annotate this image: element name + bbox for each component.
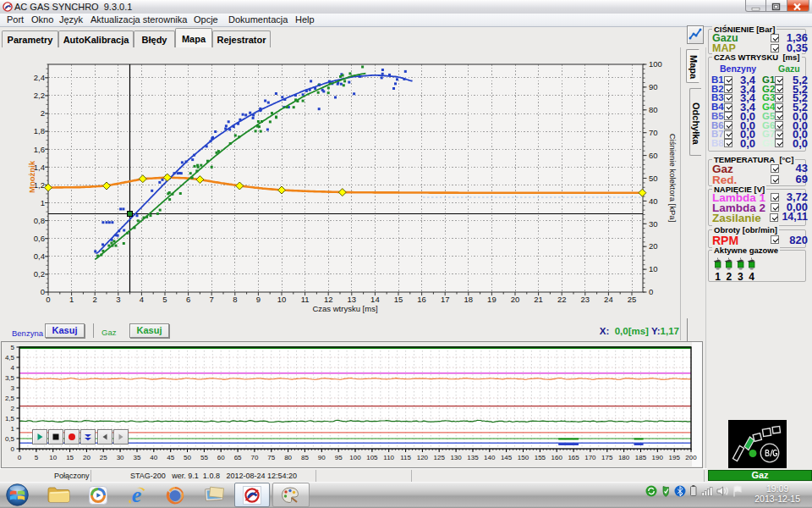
svg-text:55: 55 [200,454,208,461]
svg-text:50: 50 [184,454,191,461]
svg-text:1,5: 1,5 [5,415,15,422]
svg-text:3: 3 [11,384,15,392]
svg-text:130: 130 [450,454,462,461]
svg-text:5: 5 [35,454,39,461]
svg-text:160: 160 [551,454,563,461]
svg-text:0: 0 [11,445,15,453]
svg-text:10: 10 [49,454,57,461]
svg-text:70: 70 [250,454,258,461]
svg-text:60: 60 [217,454,225,461]
svg-text:0: 0 [18,454,22,461]
svg-text:200: 200 [685,454,697,461]
svg-text:190: 190 [652,454,664,461]
svg-text:175: 175 [601,454,613,461]
svg-text:25: 25 [100,454,107,461]
svg-text:e: e [132,485,142,505]
svg-text:185: 185 [635,454,647,461]
svg-text:1: 1 [11,425,15,433]
svg-text:4,5: 4,5 [5,354,15,362]
svg-text:75: 75 [267,454,275,461]
svg-text:0,5: 0,5 [5,435,15,443]
svg-text:65: 65 [234,454,242,461]
svg-text:30: 30 [117,454,124,461]
svg-text:165: 165 [568,454,579,461]
svg-text:195: 195 [669,454,681,461]
svg-text:110: 110 [383,454,394,461]
svg-text:2,5: 2,5 [5,395,15,402]
svg-text:20: 20 [83,454,91,461]
svg-text:35: 35 [134,454,141,461]
svg-text:180: 180 [618,454,630,461]
svg-text:4: 4 [11,364,15,372]
svg-text:45: 45 [167,454,174,461]
svg-text:115: 115 [400,454,411,461]
svg-text:105: 105 [366,454,378,461]
svg-text:95: 95 [335,454,343,461]
svg-text:3,5: 3,5 [5,374,15,382]
svg-text:40: 40 [150,454,157,461]
svg-text:125: 125 [434,454,446,461]
svg-text:145: 145 [501,454,513,461]
svg-text:85: 85 [301,454,309,461]
svg-text:135: 135 [467,454,479,461]
svg-text:170: 170 [584,454,596,461]
svg-text:15: 15 [66,454,74,461]
svg-text:90: 90 [318,454,326,461]
svg-text:80: 80 [284,454,292,461]
svg-text:2: 2 [11,405,15,412]
svg-text:150: 150 [518,454,529,461]
svg-text:140: 140 [484,454,496,461]
svg-text:5: 5 [11,344,15,351]
svg-text:120: 120 [417,454,429,461]
svg-text:155: 155 [535,454,546,461]
svg-text:100: 100 [349,454,361,461]
